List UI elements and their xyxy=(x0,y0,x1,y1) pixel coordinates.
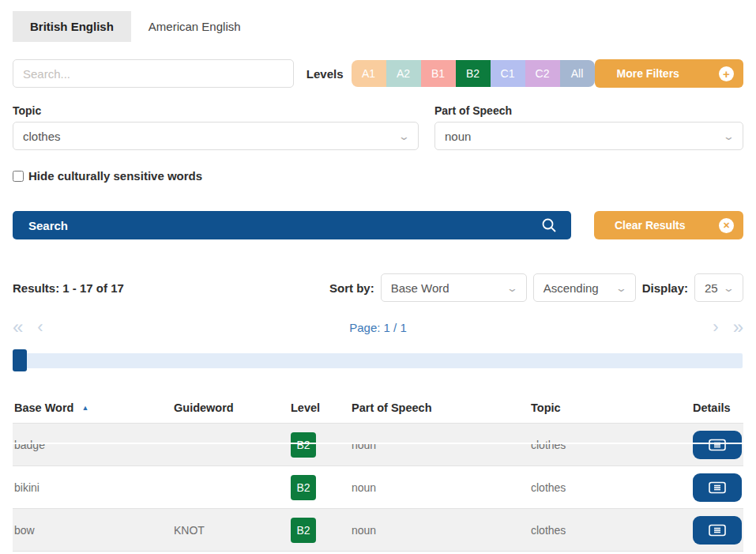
sort-group: Sort by: Base Word ⌄ Ascending ⌄ Display… xyxy=(329,273,743,302)
level-badge-all[interactable]: All xyxy=(560,60,595,87)
search-icon xyxy=(541,217,557,233)
levels-label: Levels xyxy=(307,67,344,81)
pos-label: Part of Speech xyxy=(434,104,743,117)
dialect-tabs: British English American English xyxy=(13,11,743,42)
pagination: « ‹ Page: 1 / 1 › » xyxy=(13,318,743,337)
search-button-label: Search xyxy=(28,219,68,232)
details-cell xyxy=(693,473,742,502)
page-indicator: Page: 1 / 1 xyxy=(43,321,713,334)
table-body: badgeB2nounclothesbikiniB2nounclothesbow… xyxy=(13,424,743,552)
table-row: bikiniB2nounclothes xyxy=(13,466,743,509)
level-badge-c1[interactable]: C1 xyxy=(491,60,525,87)
scrollbar-track[interactable] xyxy=(13,353,743,368)
details-button[interactable] xyxy=(693,473,742,502)
entry-card-icon xyxy=(709,439,726,451)
sort-order-select[interactable]: Ascending ⌄ xyxy=(533,273,636,302)
base-word-cell: bikini xyxy=(14,481,174,494)
chevron-down-icon: ⌄ xyxy=(615,282,627,294)
display-count-select[interactable]: 25 ⌄ xyxy=(694,273,743,302)
details-button[interactable] xyxy=(693,431,742,459)
header-level[interactable]: Level xyxy=(291,401,352,414)
level-badge: B2 xyxy=(291,475,316,500)
topic-value: clothes xyxy=(23,130,61,143)
header-details: Details xyxy=(693,401,742,414)
level-badge-a1[interactable]: A1 xyxy=(352,60,386,87)
results-table: Base Word ▲ Guideword Level Part of Spee… xyxy=(13,392,743,554)
results-row: Results: 1 - 17 of 17 Sort by: Base Word… xyxy=(13,273,743,302)
action-row: Search Clear Results ✕ xyxy=(13,211,743,239)
results-summary: Results: 1 - 17 of 17 xyxy=(13,281,124,295)
level-badge: B2 xyxy=(291,518,316,543)
more-filters-button[interactable]: More Filters + xyxy=(595,59,743,88)
pos-cell: noun xyxy=(352,439,531,451)
header-part-of-speech[interactable]: Part of Speech xyxy=(352,401,531,414)
chevron-down-icon: ⌄ xyxy=(723,130,735,142)
sort-order-value: Ascending xyxy=(543,281,599,295)
base-word-cell: bow xyxy=(14,524,174,537)
table-header-row: Base Word ▲ Guideword Level Part of Spee… xyxy=(13,392,743,424)
header-base-word[interactable]: Base Word ▲ xyxy=(14,401,174,414)
level-badge-b2[interactable]: B2 xyxy=(456,60,491,87)
clear-results-button[interactable]: Clear Results ✕ xyxy=(594,211,743,239)
topic-cell: clothes xyxy=(531,524,693,537)
pos-cell: noun xyxy=(352,524,531,537)
search-button[interactable]: Search xyxy=(13,211,571,239)
topic-label: Topic xyxy=(13,104,419,117)
topic-cell: clothes xyxy=(531,439,693,451)
base-word-cell: badge xyxy=(14,439,174,451)
topic-cell: clothes xyxy=(531,481,693,494)
display-count-value: 25 xyxy=(705,281,718,295)
level-cell: B2 xyxy=(291,518,352,543)
level-cell: B2 xyxy=(291,475,352,500)
vocabulary-search-page: British English American English Levels … xyxy=(0,11,756,554)
display-label: Display: xyxy=(642,281,688,295)
pos-value: noun xyxy=(445,130,471,143)
chevron-down-icon: ⌄ xyxy=(506,282,518,294)
first-page-icon[interactable]: « xyxy=(13,318,23,337)
level-badge-b1[interactable]: B1 xyxy=(421,60,456,87)
guideword-cell: KNOT xyxy=(174,524,291,537)
details-cell xyxy=(693,516,742,545)
filter-row: Levels A1A2B1B2C1C2All More Filters + xyxy=(13,59,743,88)
topic-pos-row: Topic clothes ⌄ Part of Speech noun ⌄ xyxy=(13,104,743,150)
header-guideword[interactable]: Guideword xyxy=(174,401,291,414)
level-badge-c2[interactable]: C2 xyxy=(525,60,560,87)
horizontal-scrollbar xyxy=(13,349,743,371)
tab-american-english[interactable]: American English xyxy=(131,11,258,42)
last-page-icon[interactable]: » xyxy=(733,318,743,337)
level-badge: B2 xyxy=(291,432,316,458)
table-row: badgeB2nounclothes xyxy=(13,424,743,466)
entry-card-icon xyxy=(709,481,726,494)
sort-field-value: Base Word xyxy=(391,281,449,295)
scrollbar-thumb[interactable] xyxy=(13,349,27,371)
plus-icon: + xyxy=(719,66,734,81)
tab-british-english[interactable]: British English xyxy=(13,11,131,42)
details-button[interactable] xyxy=(693,516,742,545)
levels-group: A1A2B1B2C1C2All xyxy=(352,60,595,87)
chevron-down-icon: ⌄ xyxy=(398,130,410,142)
header-topic[interactable]: Topic xyxy=(531,401,693,414)
sort-field-select[interactable]: Base Word ⌄ xyxy=(381,273,527,302)
prev-page-icon[interactable]: ‹ xyxy=(37,318,43,336)
entry-card-icon xyxy=(709,524,726,537)
hide-sensitive-label[interactable]: Hide culturally sensitive words xyxy=(28,169,202,183)
more-filters-label: More Filters xyxy=(617,67,679,80)
clear-results-label: Clear Results xyxy=(615,219,685,232)
topic-select[interactable]: clothes ⌄ xyxy=(13,122,419,150)
search-input[interactable] xyxy=(13,59,294,88)
pos-select[interactable]: noun ⌄ xyxy=(434,122,743,150)
chevron-down-icon: ⌄ xyxy=(723,282,735,294)
pos-cell: noun xyxy=(352,481,531,494)
details-cell xyxy=(693,431,742,459)
sort-by-label: Sort by: xyxy=(329,281,374,295)
sort-ascending-icon: ▲ xyxy=(82,404,89,412)
next-page-icon[interactable]: › xyxy=(713,318,718,336)
table-row: bowKNOTB2nounclothes xyxy=(13,509,743,552)
level-cell: B2 xyxy=(291,432,352,458)
close-icon: ✕ xyxy=(719,218,734,233)
sensitive-words-row: Hide culturally sensitive words xyxy=(13,169,743,183)
level-badge-a2[interactable]: A2 xyxy=(386,60,421,87)
row-divider-artifact xyxy=(13,443,743,444)
hide-sensitive-checkbox[interactable] xyxy=(13,171,24,182)
